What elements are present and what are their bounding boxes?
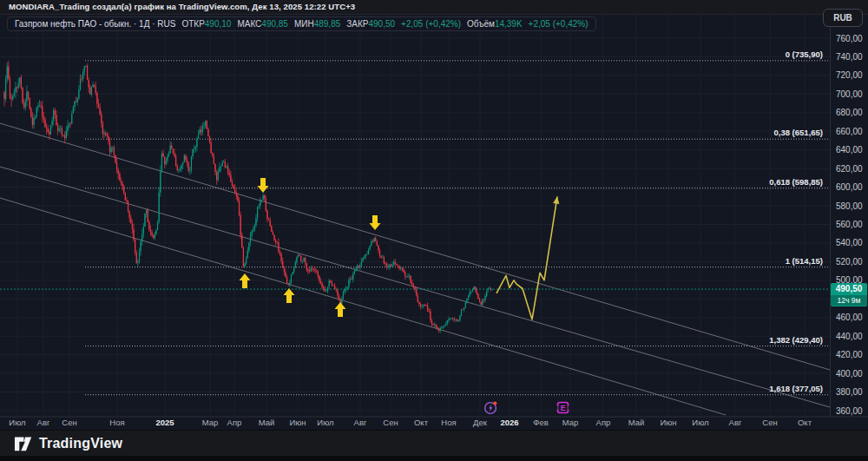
currency-button[interactable]: RUB (823, 9, 863, 27)
svg-text:E: E (561, 404, 566, 412)
svg-text:Окт: Окт (798, 418, 812, 427)
svg-text:560,00: 560,00 (836, 220, 863, 229)
fib-lines-layer[interactable] (85, 61, 830, 395)
svg-text:460,00: 460,00 (836, 313, 863, 322)
svg-text:Июл: Июл (9, 418, 25, 427)
svg-text:660,00: 660,00 (836, 127, 863, 136)
open-value: 490,10 (205, 19, 232, 29)
svg-text:360,00: 360,00 (836, 406, 863, 416)
chart-background: 0 (735,90)0,38 (651,65)0,618 (598,85)1 (… (0, 0, 868, 461)
fib-labels-layer: 0 (735,90)0,38 (651,65)0,618 (598,85)1 (… (769, 49, 823, 393)
open-label: ОТКР (181, 19, 204, 29)
symbol-title[interactable]: Газпром нефть ПАО - обыкн. · 1Д · RUS (15, 19, 175, 29)
svg-text:Ноя: Ноя (441, 418, 456, 427)
up-arrow-marker (335, 302, 346, 317)
close-label: ЗАКР (346, 19, 368, 29)
svg-text:Сен: Сен (383, 418, 398, 427)
up-arrow-marker (284, 288, 295, 303)
svg-text:420,00: 420,00 (836, 350, 863, 359)
svg-text:680,00: 680,00 (836, 108, 863, 117)
price-axis[interactable]: 360,00380,00400,00420,00440,00460,00480,… (836, 34, 863, 416)
svg-text:Июл: Июл (692, 418, 708, 427)
svg-text:Окт: Окт (414, 418, 429, 427)
attribution-text: MONDIARA_Trading создал(а) график на Tra… (9, 2, 355, 11)
current-price-value: 490,50 (831, 283, 867, 295)
volume-change-value: +2,05 (+0,42%) (529, 19, 589, 29)
svg-text:Авг: Авг (729, 418, 742, 427)
tradingview-logo-icon[interactable] (14, 436, 32, 452)
bottom-strip (0, 456, 868, 461)
svg-text:Июн: Июн (289, 418, 306, 427)
svg-text:740,00: 740,00 (836, 52, 863, 62)
svg-text:Июн: Июн (660, 418, 676, 427)
low-value: 489,85 (314, 19, 341, 29)
svg-text:640,00: 640,00 (836, 145, 863, 155)
svg-text:0,38 (651,65): 0,38 (651,65) (773, 128, 823, 137)
down-arrow-marker (370, 215, 381, 230)
svg-text:400,00: 400,00 (836, 369, 863, 379)
high-label: МАКС (237, 19, 261, 29)
svg-text:0 (735,90): 0 (735,90) (786, 49, 823, 59)
svg-text:0,618 (598,85): 0,618 (598,85) (769, 177, 823, 187)
svg-text:Авг: Авг (37, 418, 50, 427)
svg-text:720,00: 720,00 (836, 70, 863, 80)
svg-text:Ноя: Ноя (109, 418, 124, 427)
grid-layer (0, 15, 830, 417)
high-value: 490,85 (261, 19, 288, 29)
svg-text:1 (514,15): 1 (514,15) (786, 256, 823, 266)
svg-text:380,00: 380,00 (836, 387, 863, 397)
attribution-bar: MONDIARA_Trading создал(а) график на Tra… (0, 0, 868, 14)
flash-event-icon[interactable] (483, 400, 498, 415)
svg-text:Июл: Июл (317, 418, 333, 427)
volume-value: 14,39K (495, 19, 523, 29)
svg-text:580,00: 580,00 (836, 201, 863, 211)
channel-lines-layer[interactable] (0, 123, 830, 415)
svg-text:440,00: 440,00 (836, 332, 863, 341)
axis-borders (0, 14, 868, 417)
notification-dot (493, 402, 496, 405)
volume-label: Объём (467, 19, 495, 29)
svg-text:Сен: Сен (762, 418, 777, 427)
time-axis[interactable]: ИюлАвгСенНоя2025МарАпрМайИюнИюлАвгСенОкт… (9, 418, 812, 427)
current-price-badge[interactable]: 490,50 12ч 9м (831, 283, 867, 306)
tradingview-wordmark[interactable]: TradingView (39, 436, 122, 451)
down-arrow-marker (258, 178, 269, 193)
svg-text:760,00: 760,00 (836, 34, 863, 43)
svg-text:520,00: 520,00 (836, 257, 863, 267)
change-value: +2,05 (+0,42%) (401, 19, 461, 29)
up-arrow-marker (240, 273, 251, 288)
svg-text:Мар: Мар (202, 418, 219, 427)
svg-text:540,00: 540,00 (836, 238, 863, 247)
svg-text:620,00: 620,00 (836, 164, 863, 174)
tradingview-footer: TradingView (0, 430, 868, 457)
projection-line[interactable] (496, 196, 559, 319)
svg-text:Апр: Апр (596, 418, 611, 427)
svg-text:Сен: Сен (62, 418, 76, 427)
svg-text:Авг: Авг (354, 418, 367, 427)
svg-text:Фев: Фев (533, 418, 549, 427)
svg-text:2025: 2025 (155, 418, 174, 427)
svg-text:Дек: Дек (473, 418, 488, 427)
svg-text:Апр: Апр (227, 418, 242, 427)
svg-text:Май: Май (259, 418, 275, 427)
svg-text:1,382 (429,40): 1,382 (429,40) (769, 335, 823, 345)
svg-text:600,00: 600,00 (836, 182, 863, 192)
symbol-legend[interactable]: Газпром нефть ПАО - обыкн. · 1Д · RUS ОТ… (7, 16, 596, 31)
svg-text:Мар: Мар (562, 418, 579, 427)
earnings-event-icon[interactable]: E (556, 400, 570, 415)
svg-text:1,618 (377,05): 1,618 (377,05) (769, 384, 823, 393)
low-label: МИН (294, 19, 314, 29)
close-value: 490,50 (369, 19, 396, 29)
svg-text:700,00: 700,00 (836, 89, 863, 99)
price-chart[interactable]: 0 (735,90)0,38 (651,65)0,618 (598,85)1 (… (0, 0, 868, 461)
svg-text:Май: Май (628, 418, 645, 427)
bar-countdown: 12ч 9м (831, 295, 867, 306)
svg-text:2026: 2026 (500, 418, 518, 427)
